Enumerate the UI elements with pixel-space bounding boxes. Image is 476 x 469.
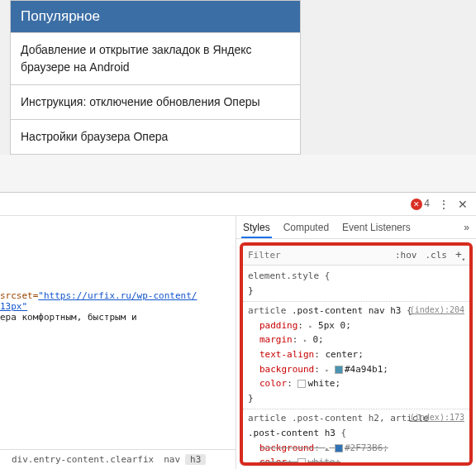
attr-name: srcset= <box>0 290 38 301</box>
styles-sidebar: Styles Computed Event Listeners » :hov .… <box>236 216 476 469</box>
color-swatch[interactable] <box>335 366 343 374</box>
devtools-toolbar: ✕4 ⋮ ✕ <box>0 193 476 216</box>
tab-styles[interactable]: Styles <box>241 217 272 238</box>
tabs-overflow-icon[interactable]: » <box>462 217 471 238</box>
rule-source-link[interactable]: (index):173 <box>410 411 464 424</box>
kebab-menu-icon[interactable]: ⋮ <box>438 198 450 211</box>
hov-toggle[interactable]: :hov <box>391 250 421 261</box>
src-link: 13px" <box>0 301 27 312</box>
breadcrumb: div.entry-content.clearfix nav h3 <box>0 449 236 469</box>
widget-title: Популярное <box>11 1 300 32</box>
crumb-selected[interactable]: h3 <box>185 454 206 465</box>
page-content: Популярное Добавление и открытие закладо… <box>0 0 476 155</box>
new-rule-button[interactable]: +▾ <box>451 248 469 263</box>
tab-computed[interactable]: Computed <box>282 217 331 238</box>
cls-toggle[interactable]: .cls <box>421 250 451 261</box>
rule-block-overridden[interactable]: (index):173 article .post-content h2, ar… <box>243 409 469 462</box>
error-indicator[interactable]: ✕4 <box>411 198 430 210</box>
styles-filter-row: :hov .cls +▾ <box>243 246 469 266</box>
crumb[interactable]: div.entry-content.clearfix <box>7 454 159 465</box>
text-node: ера комфортным, быстрым и <box>0 312 137 323</box>
close-icon[interactable]: ✕ <box>458 198 468 211</box>
color-swatch[interactable] <box>298 380 306 388</box>
color-swatch[interactable] <box>335 444 343 452</box>
tab-event-listeners[interactable]: Event Listeners <box>340 217 412 238</box>
popular-widget: Популярное Добавление и открытие закладо… <box>10 0 301 155</box>
rule-source-link[interactable]: (index):204 <box>410 304 464 317</box>
styles-pane-highlighted: :hov .cls +▾ element.style { } (index):2… <box>240 242 473 466</box>
rule-element-style[interactable]: element.style { } <box>243 267 469 302</box>
rule-block[interactable]: (index):204 article .post-content nav h3… <box>243 302 469 409</box>
crumb[interactable]: nav <box>159 454 185 465</box>
error-icon: ✕ <box>411 199 422 210</box>
color-swatch[interactable] <box>298 458 306 462</box>
devtools-pane: ✕4 ⋮ ✕ srcset="https://urfix.ru/wp-conte… <box>0 192 476 469</box>
rules-list: element.style { } (index):204 article .p… <box>243 266 469 462</box>
list-item[interactable]: Добавление и открытие закладок в Яндекс … <box>11 32 300 84</box>
list-item[interactable]: Инструкция: отключение обновления Оперы <box>11 84 300 119</box>
sidebar-tabs: Styles Computed Event Listeners » <box>236 216 476 239</box>
list-item[interactable]: Настройки браузера Опера <box>11 119 300 154</box>
elements-source-pane[interactable]: srcset="https://urfix.ru/wp-content/ 13p… <box>0 216 236 469</box>
src-link[interactable]: "https://urfix.ru/wp-content/ <box>38 290 197 301</box>
styles-filter-input[interactable] <box>243 250 391 261</box>
